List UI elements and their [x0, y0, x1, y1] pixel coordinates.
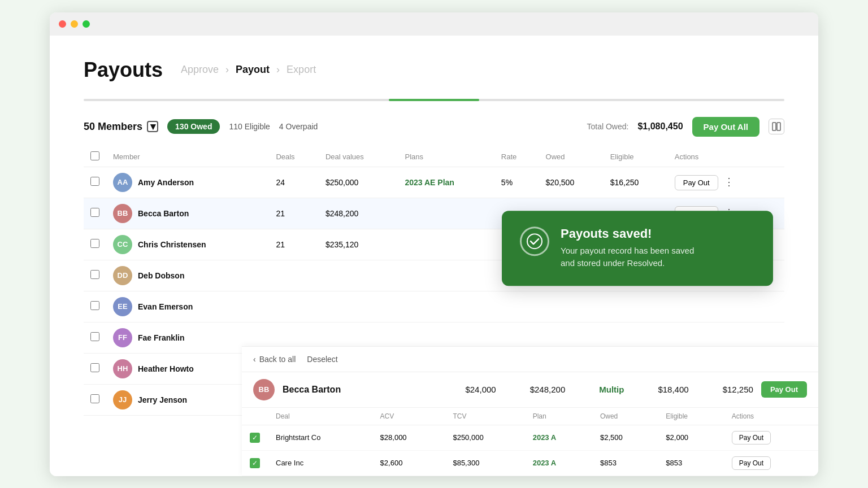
table-row: EE Evan Emerson — [84, 291, 784, 322]
flyout-panel: ‹ Back to all Deselect BB Becca Barton $… — [242, 346, 818, 476]
flyout-deal-plan: 2023 A — [525, 425, 592, 450]
members-count-label: 50 Members — [84, 121, 142, 133]
flyout-col-tcv: TCV — [445, 408, 524, 425]
col-deals: Deals — [269, 147, 319, 167]
flyout-pay-out-button[interactable]: Pay Out — [761, 381, 807, 398]
row-checkbox-cell[interactable] — [84, 322, 106, 353]
col-plans: Plans — [398, 147, 494, 167]
deal-values-cell: $250,000 — [319, 167, 398, 198]
member-cell: CC Chris Christensen — [106, 229, 269, 260]
flyout-deal-owed: $853 — [592, 450, 658, 476]
back-to-all-label: Back to all — [259, 355, 296, 364]
flyout-member-acv: $24,000 — [465, 385, 496, 394]
row-checkbox[interactable] — [90, 301, 99, 310]
badge-overpaid[interactable]: 4 Overpaid — [279, 122, 318, 131]
flyout-member-summary: BB Becca Barton $24,000 $248,200 Multip … — [242, 372, 818, 408]
pay-out-all-button[interactable]: Pay Out All — [692, 117, 760, 137]
deal-values-cell: $235,120 — [319, 229, 398, 260]
member-name: Becca Barton — [138, 209, 189, 218]
col-eligible: Eligible — [604, 147, 668, 167]
row-checkbox-cell[interactable] — [84, 229, 106, 260]
svg-point-2 — [527, 234, 542, 249]
avatar: HH — [113, 359, 132, 378]
flyout-member-name: Becca Barton — [283, 385, 457, 395]
stepper-step-export[interactable]: Export — [287, 64, 316, 76]
table-row: AA Amy Anderson 24 $250,000 2023 AE Plan… — [84, 167, 784, 198]
deal-check-icon: ✓ — [250, 433, 260, 443]
page-title: Payouts — [84, 58, 163, 82]
row-checkbox-cell[interactable] — [84, 384, 106, 415]
minimize-button[interactable] — [71, 20, 78, 28]
avatar: CC — [113, 235, 132, 254]
plan-link[interactable]: 2023 AE Plan — [405, 178, 454, 187]
avatar: BB — [113, 204, 132, 223]
flyout-member-avatar: BB — [253, 379, 275, 400]
page-content: Payouts Approve › Payout › Export 50 Mem… — [50, 36, 818, 476]
chevron-down-icon: ▾ — [147, 121, 158, 132]
row-checkbox-cell[interactable] — [84, 260, 106, 291]
flyout-deal-checkbox-cell[interactable]: ✓ — [242, 425, 268, 450]
deals-cell: 24 — [269, 167, 319, 198]
deselect-button[interactable]: Deselect — [307, 355, 337, 364]
flyout-col-eligible: Eligible — [658, 408, 723, 425]
flyout-deal-checkbox-cell[interactable]: ✓ — [242, 450, 268, 476]
row-checkbox[interactable] — [90, 363, 99, 372]
flyout-col-owed: Owed — [592, 408, 658, 425]
back-arrow-icon: ‹ — [253, 355, 256, 364]
toast-body: Your payout record has been savedand sto… — [561, 245, 694, 270]
plans-cell — [398, 198, 494, 229]
row-checkbox-cell[interactable] — [84, 353, 106, 384]
more-actions-button[interactable]: ⋮ — [721, 175, 737, 189]
member-name: Amy Anderson — [138, 178, 194, 187]
success-toast: Payouts saved! Your payout record has be… — [502, 211, 773, 286]
flyout-col-checkbox — [242, 408, 268, 425]
row-checkbox[interactable] — [90, 394, 99, 403]
svg-rect-0 — [772, 123, 776, 130]
maximize-button[interactable] — [83, 20, 90, 28]
actions-cell — [668, 291, 784, 322]
flyout-deal-pay-button[interactable]: Pay Out — [732, 431, 771, 445]
flyout-deal-name: Brightstart Co — [268, 425, 372, 450]
stepper: Payouts Approve › Payout › Export — [84, 58, 784, 82]
row-checkbox[interactable] — [90, 208, 99, 217]
badge-owed[interactable]: 130 Owed — [167, 119, 220, 134]
stepper-step-approve[interactable]: Approve — [181, 64, 219, 76]
member-name: Heather Howto — [138, 364, 194, 373]
flyout-deal-eligible: $853 — [658, 450, 723, 476]
row-checkbox-cell[interactable] — [84, 167, 106, 198]
flyout-deal-actions: Pay Out — [724, 450, 818, 476]
row-checkbox[interactable] — [90, 270, 99, 279]
columns-icon[interactable] — [769, 119, 784, 134]
deals-cell: 21 — [269, 198, 319, 229]
flyout-member-tcv: $248,200 — [530, 385, 566, 394]
stepper-arrow-1: › — [225, 64, 229, 76]
row-checkbox[interactable] — [90, 177, 99, 186]
member-name: Fae Franklin — [138, 333, 184, 342]
pay-out-button[interactable]: Pay Out — [675, 175, 718, 190]
member-name: Deb Dobson — [138, 271, 184, 280]
deal-name-label: Care Inc — [276, 459, 303, 467]
badge-eligible[interactable]: 110 Eligible — [229, 122, 270, 131]
row-checkbox-cell[interactable] — [84, 198, 106, 229]
back-to-all-link[interactable]: ‹ Back to all — [253, 355, 296, 364]
total-owed-label: Total Owed: — [587, 122, 629, 131]
flyout-deal-row: ✓ Care Inc $2,600 $85,300 2023 A $853 $8… — [242, 450, 818, 476]
row-checkbox[interactable] — [90, 332, 99, 341]
flyout-deal-pay-button[interactable]: Pay Out — [732, 456, 771, 470]
row-checkbox-cell[interactable] — [84, 291, 106, 322]
deal-values-cell: $248,200 — [319, 198, 398, 229]
flyout-member-eligible: $12,250 — [723, 385, 753, 394]
stepper-underline — [84, 99, 784, 101]
members-dropdown[interactable]: 50 Members ▾ — [84, 121, 158, 133]
deal-check-icon: ✓ — [250, 458, 260, 468]
deal-plan-label: 2023 A — [533, 459, 556, 467]
flyout-deal-plan: 2023 A — [525, 450, 592, 476]
avatar: FF — [113, 328, 132, 347]
select-all-checkbox[interactable] — [90, 151, 99, 160]
svg-rect-1 — [777, 123, 780, 130]
select-all-header[interactable] — [84, 147, 106, 167]
close-button[interactable] — [59, 20, 66, 28]
owed-cell: $20,500 — [539, 167, 604, 198]
row-checkbox[interactable] — [90, 239, 99, 248]
stepper-step-payout[interactable]: Payout — [236, 64, 270, 76]
